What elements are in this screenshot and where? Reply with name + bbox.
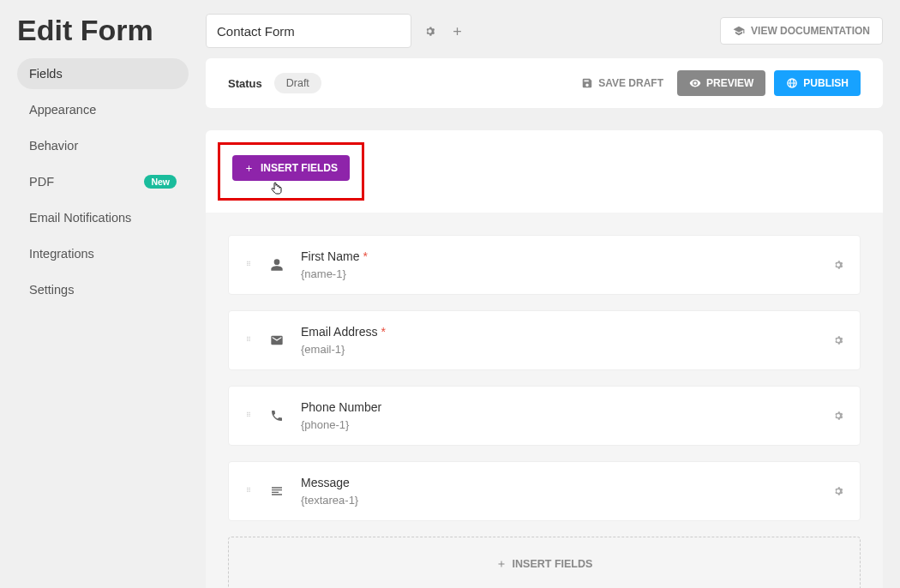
drag-handle-icon[interactable]: ⠿ [244, 338, 255, 343]
field-slug: {name-1} [301, 267, 817, 280]
plus-icon [496, 559, 507, 569]
sidebar-item-email-notifications[interactable]: Email Notifications [17, 202, 189, 233]
eye-icon [689, 77, 701, 89]
sidebar-item-label: Settings [29, 283, 74, 297]
view-documentation-label: VIEW DOCUMENTATION [751, 25, 870, 37]
sidebar-item-pdf[interactable]: PDF New [17, 166, 189, 197]
field-label: Phone Number [301, 400, 381, 414]
field-row[interactable]: ⠿ Email Address* {email-1} [228, 310, 861, 370]
insert-fields-drop-label: INSERT FIELDS [513, 558, 593, 570]
field-row[interactable]: ⠿ Message {textarea-1} [228, 461, 861, 521]
preview-label: PREVIEW [706, 77, 753, 89]
required-indicator: * [381, 325, 385, 339]
sidebar-item-fields[interactable]: Fields [17, 58, 189, 89]
textarea-icon [270, 484, 285, 498]
drag-handle-icon[interactable]: ⠿ [244, 489, 255, 494]
sidebar-item-label: Integrations [29, 247, 94, 261]
sidebar-item-behavior[interactable]: Behavior [17, 130, 189, 161]
add-icon[interactable] [447, 21, 466, 40]
status-label: Status [228, 77, 262, 90]
field-row[interactable]: ⠿ Phone Number {phone-1} [228, 386, 861, 446]
field-slug: {textarea-1} [301, 494, 817, 507]
insert-fields-dropzone[interactable]: INSERT FIELDS [228, 537, 861, 588]
new-badge: New [144, 175, 177, 189]
field-label: Email Address [301, 325, 377, 339]
status-card: Status Draft SAVE DRAFT PREVIEW PUBLISH [206, 58, 883, 108]
fields-list: ⠿ First Name* {name-1} ⠿ [206, 213, 883, 588]
status-chip: Draft [274, 73, 321, 93]
field-settings-icon[interactable] [832, 485, 844, 497]
field-settings-icon[interactable] [832, 259, 844, 271]
globe-icon [786, 77, 798, 89]
save-draft-label: SAVE DRAFT [598, 77, 663, 89]
field-slug: {email-1} [301, 343, 817, 356]
field-settings-icon[interactable] [832, 410, 844, 422]
field-settings-icon[interactable] [832, 334, 844, 346]
insert-fields-button[interactable]: INSERT FIELDS [232, 155, 350, 181]
form-name-input[interactable] [206, 14, 411, 48]
sidebar-item-label: Email Notifications [29, 211, 131, 225]
sidebar-item-appearance[interactable]: Appearance [17, 94, 189, 125]
sidebar: Fields Appearance Behavior PDF New Email… [17, 58, 189, 588]
fields-card: INSERT FIELDS ⠿ First Name* {name-1} [206, 130, 883, 588]
sidebar-item-label: Fields [29, 67, 63, 81]
required-indicator: * [363, 249, 367, 263]
phone-icon [270, 409, 285, 423]
page-title: Edit Form [17, 14, 206, 47]
save-icon [581, 77, 593, 89]
save-draft-button[interactable]: SAVE DRAFT [576, 77, 669, 89]
drag-handle-icon[interactable]: ⠿ [244, 413, 255, 418]
plus-icon [244, 164, 254, 173]
drag-handle-icon[interactable]: ⠿ [244, 262, 255, 267]
sidebar-item-integrations[interactable]: Integrations [17, 238, 189, 269]
field-label: Message [301, 476, 350, 489]
insert-highlight: INSERT FIELDS [218, 142, 364, 201]
mail-icon [270, 333, 285, 347]
view-documentation-button[interactable]: VIEW DOCUMENTATION [720, 17, 883, 45]
sidebar-item-label: Behavior [29, 139, 78, 153]
gear-icon[interactable] [420, 21, 439, 40]
sidebar-item-label: Appearance [29, 103, 96, 117]
sidebar-item-label: PDF [29, 175, 54, 189]
publish-label: PUBLISH [803, 77, 849, 89]
pointer-cursor-icon [270, 181, 284, 198]
person-icon [270, 258, 285, 272]
field-label: First Name [301, 249, 359, 263]
sidebar-item-settings[interactable]: Settings [17, 274, 189, 305]
field-slug: {phone-1} [301, 418, 817, 431]
publish-button[interactable]: PUBLISH [774, 70, 861, 96]
field-row[interactable]: ⠿ First Name* {name-1} [228, 235, 861, 295]
insert-fields-label: INSERT FIELDS [261, 162, 338, 174]
preview-button[interactable]: PREVIEW [677, 70, 765, 96]
